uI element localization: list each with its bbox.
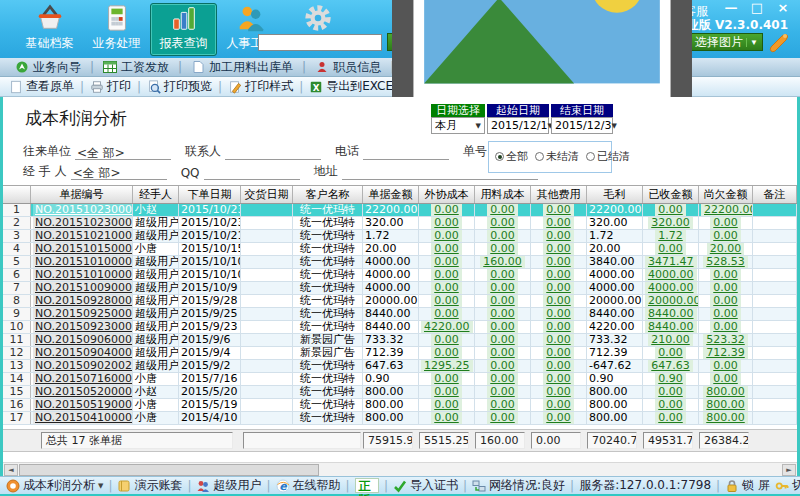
toolbar-button-view-doc[interactable]: 查看原单 [4,77,79,96]
amount-link[interactable]: 160.00 [480,256,525,268]
table-row[interactable]: 14NO.201507160001小唐2015/7/16统一优玛特0.900.0… [3,373,797,386]
amount-link[interactable]: 210.00 [648,334,693,346]
amount-link[interactable]: 0.00 [487,217,518,229]
pick-image-button[interactable]: 选择图片 ▼ [387,33,763,51]
amount-link[interactable]: 0.00 [431,217,462,229]
end-date-dropdown[interactable]: 2015/12/3▼ [551,117,613,134]
amount-link[interactable]: 523.32 [703,334,748,346]
amount-link[interactable]: 0.00 [431,204,462,216]
amount-link[interactable]: 0.00 [655,347,686,359]
doc-no-link[interactable]: NO.201510150004 [33,243,133,255]
amount-link[interactable]: 0.00 [487,269,518,281]
amount-link[interactable]: 0.00 [431,334,462,346]
amount-link[interactable]: 0.00 [543,217,574,229]
grid-col-header[interactable]: 交货日期 [241,186,293,203]
table-row[interactable]: 17NO.201504100001小唐2015/4/10统一优玛特800.000… [3,412,797,425]
table-row[interactable]: 13NO.201509020021超级用户2015/9/2统一优玛特647.63… [3,360,797,373]
tab-2[interactable]: 工资发放 [94,58,178,76]
amount-link[interactable]: 0.00 [655,399,686,411]
amount-link[interactable]: 0.00 [655,412,686,424]
amount-link[interactable]: 0.00 [487,360,518,372]
grid-col-header[interactable]: 下单日期 [179,186,241,203]
amount-link[interactable]: 0.00 [487,230,518,242]
table-row[interactable]: 2NO.201510230003超级用户2015/10/23统一优玛特320.0… [3,217,797,230]
grid-col-header[interactable]: 外协成本 [419,186,475,203]
horn-icon[interactable] [768,31,790,53]
amount-link[interactable]: 4000.00 [645,282,697,294]
table-row[interactable]: 4NO.201510150004小唐2015/10/15统一优玛特20.000.… [3,243,797,256]
grid-col-header[interactable]: 其他费用 [531,186,587,203]
grid-col-header[interactable] [3,186,31,203]
toolbar-button-print-preview[interactable]: 打印预览 [142,77,217,96]
amount-link[interactable]: 1.72 [655,230,686,242]
table-row[interactable]: 6NO.201510100001超级用户2015/10/10统一优玛特4000.… [3,269,797,282]
amount-link[interactable]: 0.00 [543,399,574,411]
amount-link[interactable]: 0.00 [543,295,574,307]
status-item[interactable]: 服务器:127.0.0.1:7798 [579,477,711,494]
amount-link[interactable]: 4000.00 [645,269,697,281]
doc-no-link[interactable]: NO.201509250001 [33,308,133,320]
amount-link[interactable]: 0.00 [487,204,518,216]
amount-link[interactable]: 0.00 [543,204,574,216]
amount-link[interactable]: 0.00 [655,204,686,216]
amount-link[interactable]: 0.00 [487,347,518,359]
status-item[interactable]: e在线帮助 [276,477,341,494]
doc-no-link[interactable]: NO.201510090002 [33,282,133,294]
status-item[interactable]: 演示账套 [117,477,182,494]
amount-link[interactable]: 0.00 [543,334,574,346]
amount-link[interactable]: 4220.00 [421,321,473,333]
status-item[interactable]: 导入证书 [393,477,458,494]
scrollbar-thumb[interactable] [19,464,319,476]
status-item[interactable]: 成本利润分析▼ [6,477,103,494]
amount-link[interactable]: 800.00 [703,412,748,424]
status-item[interactable]: 网络情况:良好 [472,477,565,494]
doc-no-link[interactable]: NO.201509040001 [33,347,133,359]
amount-link[interactable]: 0.00 [710,269,741,281]
amount-link[interactable]: 0.00 [431,308,462,320]
filter-field-input[interactable]: <全 部> [71,165,167,180]
maximize-button[interactable]: □ [748,1,766,16]
amount-link[interactable]: 0.00 [710,360,741,372]
doc-no-link[interactable]: NO.201510230005 [33,204,133,216]
amount-link[interactable]: 0.00 [487,386,518,398]
amount-link[interactable]: 712.39 [703,347,748,359]
amount-link[interactable]: 0.00 [431,347,462,359]
status-item[interactable]: 锁 屏 [725,477,770,494]
doc-no-link[interactable]: NO.201510210001 [33,230,133,242]
nav-item-calculator[interactable]: 业务处理 [83,3,150,56]
nav-item-basket[interactable]: 基础档案 [16,3,83,56]
doc-no-link[interactable]: NO.201510230003 [33,217,133,229]
grid-col-header[interactable]: 客户名称 [293,186,363,203]
doc-no-link[interactable]: NO.201507160001 [33,373,133,385]
amount-link[interactable]: 0.00 [543,269,574,281]
filter-field-input[interactable] [363,145,449,160]
amount-link[interactable]: 0.00 [543,321,574,333]
scroll-right-button[interactable]: ► [782,464,796,476]
start-date-dropdown[interactable]: 2015/12/1▼ [487,117,549,134]
amount-link[interactable]: 0.00 [543,243,574,255]
amount-link[interactable]: 0.00 [710,282,741,294]
radio-option[interactable]: 已结清 [586,149,630,164]
amount-link[interactable]: 0.00 [543,412,574,424]
amount-link[interactable]: 0.00 [655,243,686,255]
amount-link[interactable]: 0.00 [487,334,518,346]
doc-no-link[interactable]: NO.201509020021 [33,360,133,372]
amount-link[interactable]: 0.00 [431,256,462,268]
amount-link[interactable]: 0.00 [431,412,462,424]
amount-link[interactable]: 0.00 [487,373,518,385]
amount-link[interactable]: 0.00 [487,308,518,320]
amount-link[interactable]: 0.00 [543,308,574,320]
toolbar-button-print[interactable]: 打印 [85,77,136,96]
tab-4[interactable]: 职员信息 [306,58,390,76]
table-row[interactable]: 5NO.201510100002超级用户2015/10/10统一优玛特4000.… [3,256,797,269]
grid-col-header[interactable]: 尚欠金额 [699,186,753,203]
doc-no-link[interactable]: NO.201509230002 [33,321,133,333]
amount-link[interactable]: 0.00 [487,243,518,255]
tab-1[interactable]: 业务向导 [6,58,90,76]
nav-item-chart[interactable]: 报表查询 [150,3,217,56]
grid-col-header[interactable]: 单据金额 [363,186,419,203]
amount-link[interactable]: 320.00 [648,217,693,229]
minimize-button[interactable]: — [722,1,740,16]
radio-option[interactable]: 未结清 [535,149,579,164]
doc-no-link[interactable]: NO.201504100001 [33,412,133,424]
